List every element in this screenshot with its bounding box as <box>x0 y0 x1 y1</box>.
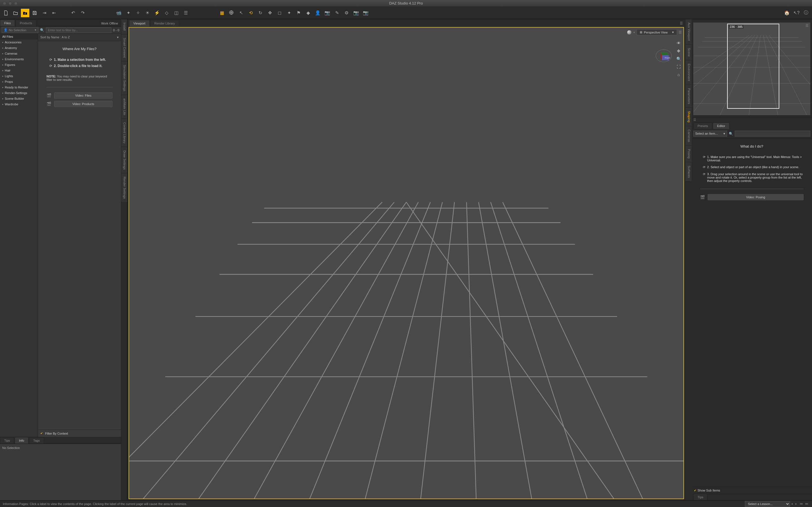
category-item[interactable]: Hair <box>0 68 38 73</box>
null-icon[interactable]: ◇ <box>162 9 171 17</box>
home-icon[interactable]: 🏠 <box>783 9 791 17</box>
tab-tips[interactable]: Tips <box>0 437 14 444</box>
distant-light-icon[interactable]: ✧ <box>134 9 142 17</box>
category-item[interactable]: Figures <box>0 62 38 68</box>
active-pointer-icon[interactable]: ⟲ <box>246 9 255 17</box>
selection-dropdown[interactable]: 👤No Selection▾ <box>2 27 38 33</box>
vtab-parameters[interactable]: Parameters <box>686 85 692 108</box>
tab-editor[interactable]: Editor <box>713 122 729 129</box>
import-folder-icon[interactable] <box>21 9 29 17</box>
aux-viewport[interactable]: 236 : 385 ☰ <box>693 22 810 115</box>
spot-render-icon[interactable]: 📷 <box>323 9 332 17</box>
param-handle-icon[interactable]: ☰ <box>692 117 812 122</box>
vtab-install[interactable]: Install <box>121 19 127 34</box>
video-products-button[interactable]: Video: Products <box>54 101 112 107</box>
spot-light-icon[interactable]: ✦ <box>124 9 133 17</box>
vtab-aux-viewport[interactable]: Aux Viewport <box>686 19 692 45</box>
lesson-nav-icons[interactable]: ◂ ▸ ⏮ ⏭ <box>791 502 809 506</box>
orbit-icon[interactable]: 👁 <box>675 40 682 46</box>
lesson-selector[interactable]: Select a Lesson... ◂ ▸ ⏮ ⏭ <box>745 501 809 507</box>
vtab-cameras[interactable]: Cameras <box>686 126 692 146</box>
category-item[interactable]: Environments <box>0 56 38 62</box>
group-icon[interactable]: ☰ <box>182 9 190 17</box>
view-dropdown[interactable]: ⊞Perspective View▾ <box>637 29 677 35</box>
minimize-dot[interactable] <box>8 2 12 5</box>
param-search-input[interactable] <box>735 131 810 136</box>
category-item[interactable]: Lights <box>0 73 38 79</box>
reset-view-icon[interactable]: ⌂ <box>675 71 682 78</box>
vtab-posing[interactable]: Posing <box>686 146 692 162</box>
panel-menu-icon[interactable]: ☰ <box>677 20 685 26</box>
zoom-dot[interactable] <box>14 2 17 5</box>
category-item[interactable]: Cameras <box>0 51 38 56</box>
view-cube[interactable]: Front <box>655 47 672 64</box>
redo-icon[interactable]: ↷ <box>79 9 87 17</box>
camera-tool-icon[interactable]: 📹 <box>114 9 123 17</box>
tab-viewport[interactable]: Viewport <box>129 20 150 26</box>
region-tool-icon[interactable]: 👤 <box>313 9 322 17</box>
video-posing-button[interactable]: Video: Posing <box>708 194 804 200</box>
vtab-scene[interactable]: Scene <box>686 45 692 60</box>
category-item[interactable]: Anatomy <box>0 45 38 51</box>
import-icon[interactable]: ⇥ <box>40 9 49 17</box>
vtab-content-library[interactable]: Content Library <box>121 119 127 147</box>
tab-files[interactable]: Files <box>0 20 15 26</box>
category-item[interactable]: Scene Builder <box>0 96 38 101</box>
globe-tool-icon[interactable]: 🌐︎ <box>227 9 236 17</box>
viewport[interactable]: ▾ ⊞Perspective View▾ ☰ 👁 ✥ 🔍 ⛶ ⌂ Front <box>129 27 684 499</box>
category-item[interactable]: Ready to Render <box>0 84 38 90</box>
work-offline-button[interactable]: Work Offline <box>98 20 121 26</box>
frame-icon[interactable]: ⛶ <box>675 64 682 70</box>
category-item[interactable]: Accessories <box>0 40 38 45</box>
help-pointer-icon[interactable]: ↖? <box>792 9 801 17</box>
grid-tool-icon[interactable]: ▦ <box>218 9 226 17</box>
new-file-icon[interactable] <box>2 9 10 17</box>
vtab-animate-lite[interactable]: aniMate Lite <box>121 95 127 119</box>
vtab-smart-content[interactable]: Smart Content <box>121 34 127 61</box>
pan-icon[interactable]: ✥ <box>675 48 682 54</box>
tab-tips-right[interactable]: Tips <box>693 494 707 500</box>
vtab-surfaces[interactable]: Surfaces <box>686 162 692 181</box>
aux-menu-icon[interactable]: ☰ <box>806 24 809 27</box>
vtab-render-settings[interactable]: Render Settings <box>121 173 127 203</box>
vtab-environment[interactable]: Environment <box>686 60 692 85</box>
panel-options-icon[interactable]: ☰ <box>679 31 682 34</box>
scale-tool-icon[interactable]: ◻ <box>275 9 284 17</box>
sort-row[interactable]: Sort by Name : A to Z▾ <box>38 34 121 41</box>
linear-light-icon[interactable]: ⚡ <box>153 9 161 17</box>
dolly-icon[interactable]: 🔍 <box>675 56 682 62</box>
close-dot[interactable] <box>3 2 6 5</box>
help-icon[interactable]: ⓘ <box>802 9 810 17</box>
rotate-tool-icon[interactable]: ↻ <box>256 9 264 17</box>
primitive-icon[interactable]: ◫ <box>172 9 181 17</box>
export-icon[interactable]: ⇤ <box>50 9 58 17</box>
vtab-simulation-settings[interactable]: Simulation Settings <box>121 61 127 95</box>
render-icon[interactable]: 📷 <box>361 9 370 17</box>
pose-tool-icon[interactable]: ⚑ <box>294 9 303 17</box>
point-light-icon[interactable]: ☀ <box>143 9 152 17</box>
vtab-shaping[interactable]: Shaping <box>686 108 692 126</box>
video-files-button[interactable]: Video: Files <box>54 93 112 99</box>
show-sub-items[interactable]: Show Sub Items <box>692 487 812 494</box>
all-files-header[interactable]: All Files <box>0 34 38 40</box>
geometry-tool-icon[interactable]: ⚙ <box>342 9 351 17</box>
pointer-tool-icon[interactable]: ↖ <box>237 9 245 17</box>
filter-input[interactable] <box>46 27 111 33</box>
filter-by-context[interactable]: Filter By Context <box>38 430 121 437</box>
drawstyle-sphere-icon[interactable] <box>627 30 632 35</box>
select-item-dropdown[interactable]: Select an Item... ▾ <box>693 131 727 136</box>
tab-products[interactable]: Products <box>15 20 36 26</box>
category-item[interactable]: Wardrobe <box>0 101 38 107</box>
translate-tool-icon[interactable]: ✥ <box>266 9 274 17</box>
open-folder-icon[interactable] <box>11 9 20 17</box>
vtab-draw-settings[interactable]: Draw Settings <box>121 147 127 173</box>
tab-tags[interactable]: Tags <box>29 437 44 444</box>
ipick-tool-icon[interactable]: ✎ <box>333 9 341 17</box>
category-item[interactable]: Render-Settings <box>0 90 38 96</box>
tab-info[interactable]: Info <box>15 437 28 444</box>
save-icon[interactable] <box>31 9 39 17</box>
tab-presets[interactable]: Presets <box>693 122 712 129</box>
tab-render-library[interactable]: Render Library <box>150 20 179 26</box>
universal-tool-icon[interactable]: ✦ <box>285 9 293 17</box>
surface-tool-icon[interactable]: ◆ <box>304 9 312 17</box>
